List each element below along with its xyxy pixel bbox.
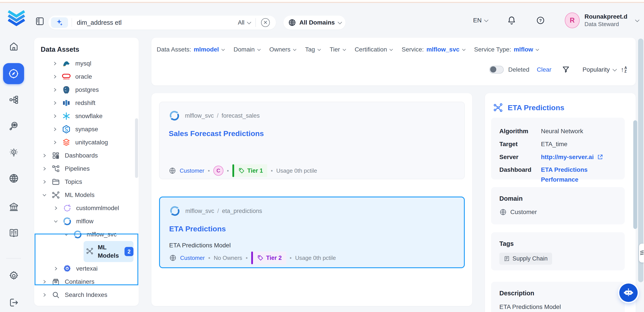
tree-item-mlflow-svc[interactable]: mlflow_svc (34, 228, 139, 241)
tree-item-mlflow[interactable]: mlflow (34, 215, 139, 228)
tree-item-oracle[interactable]: ORACLE oracle (34, 70, 139, 83)
filter-domain[interactable]: Domain (234, 46, 260, 53)
filter-data-assets[interactable]: Data Assets:mlmodel (157, 46, 224, 53)
tag-chip[interactable]: Supply Chain (499, 253, 552, 265)
breadcrumb-service[interactable]: mlflow_svc (185, 112, 214, 119)
tier-badge[interactable]: Tier 2 (251, 251, 286, 264)
chevron-right-icon[interactable] (52, 101, 57, 105)
app-logo-icon[interactable] (8, 10, 26, 29)
search-input[interactable]: dim_address etl (77, 19, 238, 26)
chevron-right-icon[interactable] (52, 127, 57, 132)
clear-search-icon[interactable]: ✕ (261, 18, 270, 27)
clear-filters-button[interactable]: Clear (537, 66, 552, 73)
search-scope-dropdown[interactable]: All (238, 19, 250, 26)
user-avatar[interactable]: R (565, 13, 580, 28)
result-title-link[interactable]: Sales Forecast Predictions (169, 129, 464, 138)
tree-item-redshift[interactable]: redshift (34, 96, 139, 110)
ai-sparkle-icon[interactable] (51, 17, 68, 28)
breadcrumb-asset[interactable]: eta_predictions (222, 208, 262, 215)
nav-lineage-icon[interactable] (0, 95, 27, 105)
nav-glossary-icon[interactable] (0, 228, 27, 238)
tree-item-mysql[interactable]: mysql (34, 57, 139, 70)
chevron-right-icon[interactable] (52, 114, 57, 118)
tree-item-ml-models[interactable]: ML Models (34, 188, 139, 202)
nav-home-icon[interactable] (0, 41, 27, 51)
chevron-right-icon[interactable] (52, 140, 57, 145)
filter-certification[interactable]: Certification (355, 46, 392, 53)
card-domain-link[interactable]: Customer (180, 167, 204, 174)
detail-panel-scrollbar[interactable] (633, 120, 637, 229)
filter-tag[interactable]: Tag (305, 46, 320, 53)
tree-item-synapse[interactable]: synapse (34, 123, 139, 136)
chevron-right-icon[interactable] (42, 279, 47, 284)
result-card-forecast-sales[interactable]: mlflow_svc forecast_sales Sales Forecast… (159, 102, 465, 179)
all-domains-dropdown[interactable]: All Domains (284, 16, 346, 30)
advanced-filter-icon[interactable] (562, 65, 570, 74)
nav-governance-icon[interactable] (0, 202, 27, 212)
dashboards-icon (51, 151, 60, 160)
chevron-right-icon[interactable] (42, 153, 47, 158)
tree-item-pipelines[interactable]: Pipelines (34, 162, 139, 175)
nav-insights-icon[interactable] (0, 148, 27, 158)
nav-logout-icon[interactable] (0, 297, 27, 307)
chevron-down-icon[interactable] (635, 18, 640, 22)
external-link-icon[interactable] (597, 154, 603, 160)
chevron-right-icon[interactable] (42, 166, 47, 171)
tree-item-dashboards[interactable]: Dashboards (34, 149, 139, 162)
tree-item-topics[interactable]: Topics (34, 175, 139, 188)
filter-owners[interactable]: Owners (269, 46, 296, 53)
breadcrumb-service[interactable]: mlflow_svc (185, 208, 214, 215)
globe-icon (169, 167, 176, 174)
nav-domains-icon[interactable] (0, 173, 27, 184)
filter-tier[interactable]: Tier (330, 46, 345, 53)
tier-badge[interactable]: Tier 1 (232, 164, 268, 177)
tree-item-postgres[interactable]: postgres (34, 83, 139, 96)
tree-item-vertexai[interactable]: vertexai (34, 262, 139, 275)
chevron-down-icon[interactable] (64, 232, 69, 237)
tree-item-containers[interactable]: Containers (34, 275, 139, 288)
chevron-right-icon[interactable] (52, 74, 57, 79)
nav-settings-icon[interactable] (0, 270, 27, 281)
chevron-right-icon[interactable] (52, 61, 57, 66)
tree-item-search-indexes[interactable]: Search Indexes (34, 288, 139, 301)
filter-service[interactable]: Service:mlflow_svc (402, 46, 464, 53)
chevron-right-icon[interactable] (54, 266, 58, 271)
user-menu[interactable]: Rounakpreet.d Data Steward (584, 13, 627, 28)
tree-item-unitycatalog[interactable]: unitycatalog (34, 136, 139, 149)
result-card-eta-predictions-selected[interactable]: mlflow_svc eta_predictions ETA Predictio… (159, 197, 465, 268)
notifications-bell-icon[interactable] (507, 16, 516, 25)
card-domain-link[interactable]: Customer (180, 255, 205, 261)
mysql-icon (62, 59, 71, 68)
chevron-right-icon[interactable] (42, 292, 47, 297)
chevron-down-icon[interactable] (54, 219, 58, 224)
nav-observability-icon[interactable] (0, 121, 27, 131)
target-value: ETA_time (541, 139, 568, 149)
detail-title-link[interactable]: ETA Predictions (508, 103, 564, 112)
result-title-link[interactable]: ETA Predictions (169, 225, 464, 233)
chevron-right-icon[interactable] (42, 180, 47, 184)
sort-dropdown[interactable]: Popularity (582, 66, 616, 73)
chevron-right-icon[interactable] (54, 206, 58, 211)
language-dropdown[interactable]: EN (473, 17, 487, 24)
chevron-down-icon (390, 47, 393, 51)
chevron-down-icon[interactable] (42, 193, 47, 197)
breadcrumb-asset[interactable]: forecast_sales (222, 112, 260, 119)
filter-service-type[interactable]: Service Type:mlflow (474, 46, 538, 53)
owner-avatar[interactable]: C (213, 166, 224, 176)
global-search-bar[interactable]: dim_address etl All ✕ (48, 16, 276, 30)
tree-item-ml-models-leaf[interactable]: ML Models 2 (34, 241, 139, 262)
deleted-toggle[interactable] (489, 66, 504, 74)
sidebar-collapse-icon[interactable] (35, 16, 45, 27)
server-link[interactable]: http://my-server.ai (541, 152, 594, 162)
chat-assistant-button[interactable] (619, 283, 638, 302)
dashboard-link[interactable]: ETA Predictions Performance (541, 165, 616, 185)
chevron-right-icon[interactable] (52, 87, 57, 92)
nav-explore-active[interactable] (3, 63, 24, 84)
tree-item-snowflake[interactable]: snowflake (34, 110, 139, 123)
tree-scrollbar[interactable] (135, 118, 138, 178)
tree-item-custommlmodel[interactable]: custommlmodel (34, 202, 139, 215)
sort-direction-icon[interactable]: ↑AZ (620, 66, 627, 73)
help-icon[interactable]: ? (536, 16, 545, 25)
right-edge-widget-tab[interactable] (639, 244, 644, 262)
domain-value[interactable]: Customer (510, 209, 537, 216)
